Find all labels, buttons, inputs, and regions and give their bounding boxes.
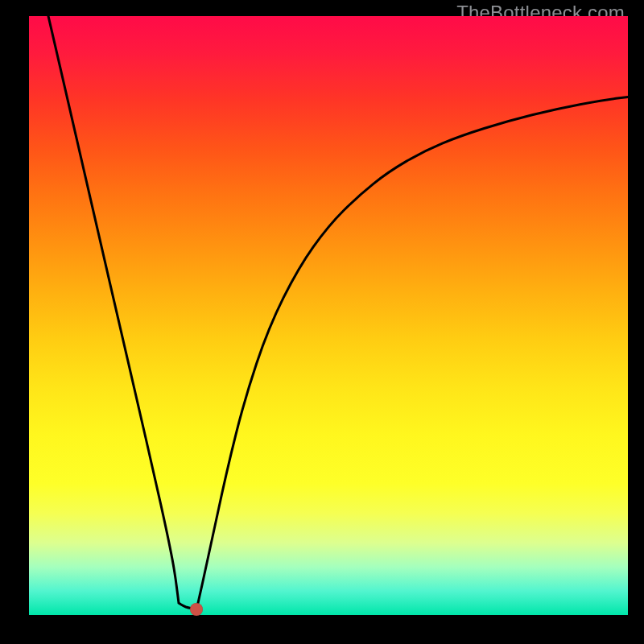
chart-frame: TheBottleneck.com [0,0,644,644]
plot-area [29,16,628,615]
minimum-marker [190,603,203,616]
bottleneck-curve [29,16,628,615]
curve-path [47,10,628,609]
